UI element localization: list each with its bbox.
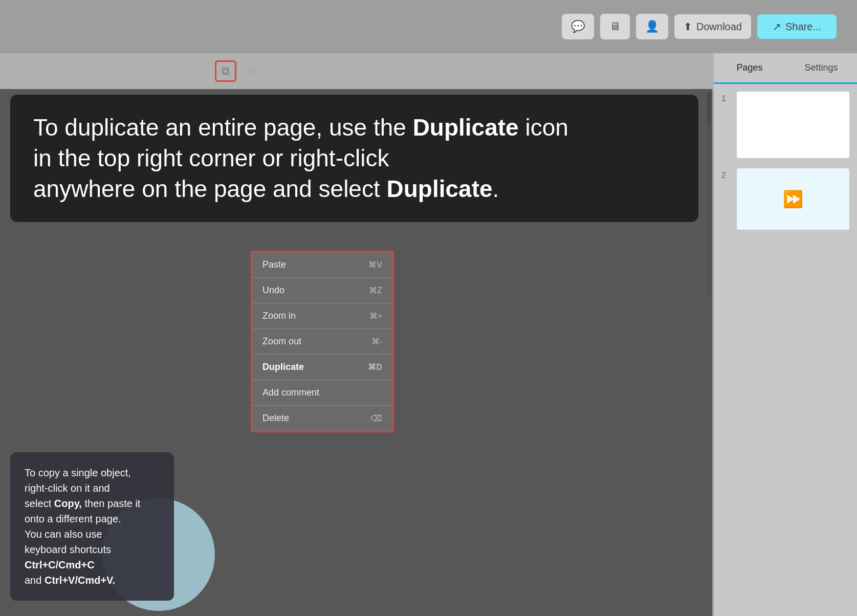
delete-icon: 🗑	[247, 64, 258, 78]
delete-page-button[interactable]: 🗑	[241, 60, 263, 82]
tab-settings[interactable]: Settings	[785, 53, 857, 82]
toolbar: 💬 🖥 👤 ⬆ Download ↗ Share...	[0, 0, 857, 53]
page-thumb-icon: ⏩	[783, 189, 803, 209]
page-number-2: 2	[721, 171, 732, 180]
list-item: 2 ⏩	[721, 168, 849, 230]
page-number-1: 1	[721, 94, 732, 103]
duplicate-icon: ⧉	[222, 64, 230, 78]
context-menu-item-label: Undo	[262, 285, 284, 296]
context-menu-item-label: Zoom out	[262, 336, 301, 347]
context-menu-shortcut: ⌘V	[368, 260, 382, 270]
context-menu-item-label: Delete	[262, 413, 289, 424]
screen-icon: 🖥	[609, 20, 621, 33]
context-menu-item-label: Zoom in	[262, 311, 296, 321]
page-thumbnail-1[interactable]	[737, 92, 849, 158]
page-thumbnail-2[interactable]: ⏩	[737, 168, 849, 230]
small-tooltip: To copy a single object, right-click on …	[10, 452, 174, 601]
context-menu-item-delete[interactable]: Delete ⌫	[252, 406, 392, 431]
duplicate-page-button[interactable]: ⧉	[215, 60, 236, 82]
download-arrow-icon: ⬆	[684, 20, 692, 33]
context-menu-shortcut: ⌘D	[368, 362, 382, 372]
context-menu-item-undo[interactable]: Undo ⌘Z	[252, 278, 392, 303]
sidebar-divider	[712, 53, 714, 616]
comment-icon: 💬	[571, 20, 585, 33]
main-tooltip-text: To duplicate an entire page, use the Dup…	[33, 113, 675, 204]
list-item: 1	[721, 92, 849, 158]
context-menu-shortcut: ⌘Z	[369, 285, 382, 295]
download-button[interactable]: ⬆ Download	[674, 14, 751, 39]
context-menu-shortcut: ⌘+	[369, 311, 382, 321]
context-menu-shortcut: ⌘-	[371, 337, 382, 346]
context-menu-item-paste[interactable]: Paste ⌘V	[252, 252, 392, 278]
context-menu-item-label: Paste	[262, 259, 286, 270]
small-tooltip-text: To copy a single object, right-click on …	[25, 465, 160, 588]
context-menu: Paste ⌘V Undo ⌘Z Zoom in ⌘+ Zoom out ⌘- …	[251, 251, 394, 432]
share-icon: ↗	[773, 20, 781, 33]
user-icon: 👤	[645, 20, 659, 33]
screen-button[interactable]: 🖥	[600, 14, 630, 39]
user-button[interactable]: 👤	[636, 14, 668, 39]
page-list: 1 2 ⏩	[714, 84, 857, 237]
context-menu-shortcut: ⌫	[370, 413, 382, 423]
main-tooltip: To duplicate an entire page, use the Dup…	[10, 95, 698, 222]
download-label: Download	[696, 21, 742, 33]
context-menu-item-label: Duplicate	[262, 362, 304, 372]
sidebar: Pages Settings 1 2 ⏩	[714, 53, 857, 616]
tab-pages[interactable]: Pages	[714, 53, 785, 84]
context-menu-item-label: Add comment	[262, 387, 319, 398]
comment-button[interactable]: 💬	[562, 14, 594, 39]
sub-toolbar: ⧉ 🗑	[0, 53, 714, 89]
share-label: Share...	[785, 21, 821, 33]
context-menu-item-zoom-in[interactable]: Zoom in ⌘+	[252, 303, 392, 329]
sidebar-tabs: Pages Settings	[714, 53, 857, 84]
context-menu-item-zoom-out[interactable]: Zoom out ⌘-	[252, 329, 392, 355]
context-menu-item-add-comment[interactable]: Add comment	[252, 380, 392, 406]
context-menu-item-duplicate[interactable]: Duplicate ⌘D	[252, 355, 392, 380]
share-button[interactable]: ↗ Share...	[757, 14, 837, 39]
